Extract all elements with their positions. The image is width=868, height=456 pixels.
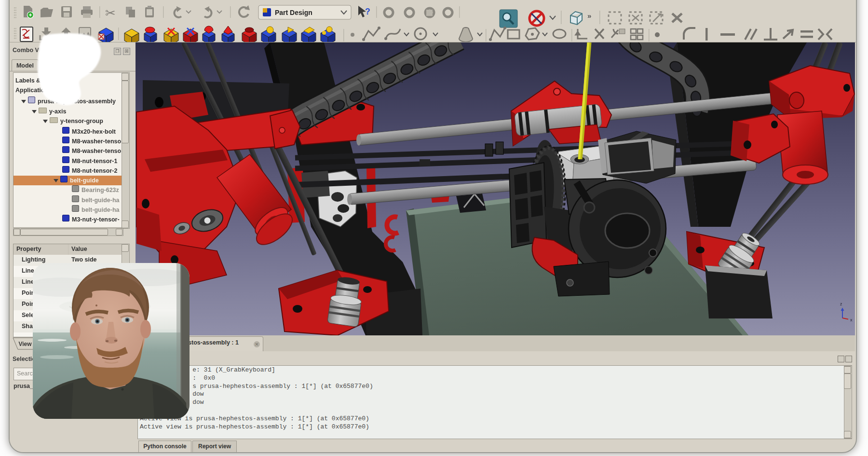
svg-text:?: ? <box>365 7 370 16</box>
svg-text:Part Design: Part Design <box>275 9 312 16</box>
svg-text:»: » <box>587 12 591 20</box>
svg-text:x: x <box>850 318 853 322</box>
svg-text:View: View <box>18 341 32 347</box>
svg-text:z: z <box>840 302 842 306</box>
